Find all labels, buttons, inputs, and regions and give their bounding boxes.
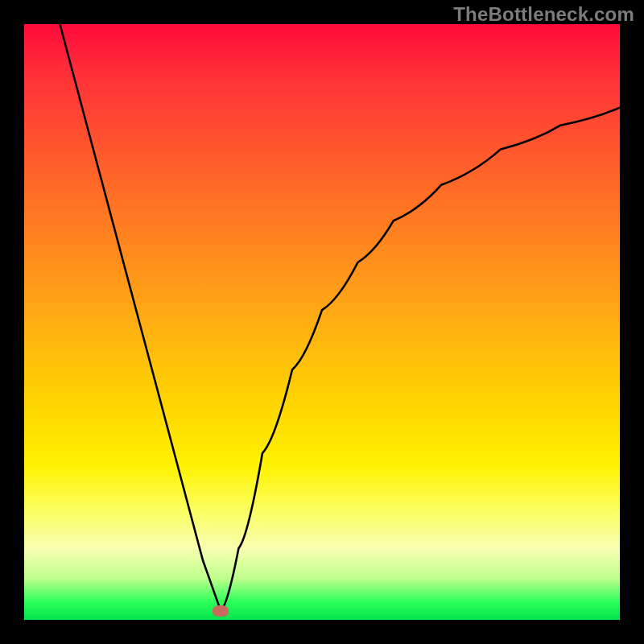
watermark-text: TheBottleneck.com	[453, 3, 634, 26]
plot-area	[24, 24, 620, 620]
curve-svg	[24, 24, 620, 620]
optimal-point-marker	[213, 605, 229, 617]
chart-frame: TheBottleneck.com	[0, 0, 644, 644]
bottleneck-curve	[60, 24, 620, 611]
